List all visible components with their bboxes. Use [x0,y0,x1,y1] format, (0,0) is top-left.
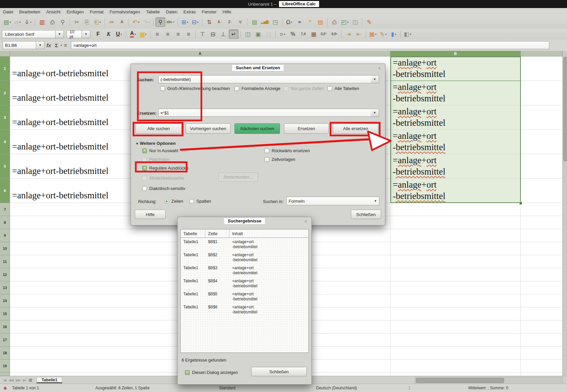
find-next-button[interactable]: Nächsten suchen [234,123,280,134]
new-document-button[interactable]: ▤▾ [2,17,12,27]
formula-icon[interactable]: = [64,42,67,48]
dropdown-arrow-icon[interactable]: ▾ [134,33,136,36]
special-character-button[interactable]: Ω▾ [284,17,294,27]
column-header[interactable]: Inhalt [229,229,308,237]
direction-rows-radio[interactable]: Zeilen [164,199,183,204]
name-box-dropdown-icon[interactable]: ▼ [36,41,44,49]
menu-fenster[interactable]: Fenster [199,9,219,15]
spelling-button[interactable]: abc✓ [166,17,176,27]
dropdown-arrow-icon[interactable]: ▾ [395,33,396,36]
formatted-display-checkbox[interactable]: Formatierte Anzeige [234,86,280,91]
dropdown-arrow-icon[interactable]: ▾ [284,33,285,36]
vertical-scrollbar[interactable] [562,51,567,376]
clone-formatting-button[interactable]: ✑ [107,17,116,27]
search-input[interactable] [158,75,371,83]
selection-info[interactable]: Ausgewählt: 6 Zeilen, 1 Spalte [95,386,150,390]
add-decimal-place-button[interactable]: 0,0⁺ [319,29,329,39]
result-row[interactable]: Tabelle1$B$3=anlage+ort-betriebsmittel [181,264,308,277]
replace-input[interactable] [158,109,371,117]
open-button[interactable]: ▱▾ [13,17,22,27]
row-header-6[interactable]: 6 [0,179,10,203]
menu-bearbeiten[interactable]: Bearbeiten [16,9,43,15]
font-name-combo[interactable]: Liberation Serif ▼ [2,30,64,38]
insert-pivot-table-button[interactable]: ◳ [270,17,280,27]
number-format-button[interactable]: 7,4 [298,29,308,39]
conditional-formatting-button[interactable]: ◧▾ [403,29,412,39]
justified-button[interactable]: ≡ [184,29,193,39]
merge-center-button[interactable]: ▣ [253,29,263,39]
show-draw-functions-button[interactable]: ✎ [364,17,374,27]
cut-button[interactable]: ✂ [72,17,82,27]
text-language[interactable]: Deutsch (Deutschland) [316,386,357,390]
insert-chart-button[interactable]: ▂▅▇ [260,17,270,27]
cell-styles-checkbox[interactable]: Zellvorlagen [265,157,295,162]
row-header-10[interactable]: 10 [0,242,10,255]
insert-hyperlink-button[interactable]: ⚭ [295,17,304,27]
dropdown-arrow-icon[interactable]: ▾ [197,21,199,24]
save-button[interactable]: ⇓▾ [23,17,33,27]
fill-handle[interactable] [519,202,522,205]
row-header-14[interactable]: 14 [0,294,10,307]
backwards-replace-checkbox[interactable]: Rückwärts ersetzen [265,148,310,153]
close-button[interactable]: Schließen [351,210,381,219]
row-header-15[interactable]: 15 [0,307,10,320]
sort-button[interactable]: ⇅ [204,17,214,27]
diacritic-sensitive-checkbox[interactable]: Diakritisch-sensitiv [142,186,185,191]
background-color-button[interactable]: ▮▾ [389,29,398,39]
italic-button[interactable]: K [104,29,113,39]
menu-tabelle[interactable]: Tabelle [143,9,163,15]
dropdown-arrow-icon[interactable]: ▾ [187,21,188,24]
underline-button[interactable]: U▾ [114,29,124,39]
case-sensitive-checkbox[interactable]: Groß-/Kleinschreibung beachten [160,86,230,91]
row-header-8[interactable]: 8 [0,216,10,229]
search-in-select[interactable]: Formeln ▼ [286,197,379,205]
dropdown-arrow-icon[interactable]: ▾ [10,21,11,24]
row-header-18[interactable]: 18 [0,347,10,360]
paste-button[interactable]: ⎗▾ [93,17,102,27]
sheet-tab-tabelle1[interactable]: Tabelle1 [36,377,62,383]
menu-einf-gen[interactable]: Einfügen [64,9,87,15]
help-button[interactable]: Hilfe [135,210,166,219]
column-header-a[interactable]: A [10,51,390,57]
align-right-button[interactable]: ≡ [173,29,183,39]
regular-expressions-checkbox[interactable]: Reguläre Ausdrücke [142,166,188,171]
only-in-selection-checkbox[interactable]: Nur in Auswahl [142,148,178,153]
select-all-corner[interactable] [0,51,10,57]
row-header-5[interactable]: 5 [0,154,10,179]
sheet-info[interactable]: Tabelle 1 von 1 [12,386,39,390]
close-icon[interactable]: ✕ [378,66,381,71]
dropdown-arrow-icon[interactable]: ▾ [138,21,139,24]
row-header-11[interactable]: 11 [0,255,10,268]
sort-ascending-button[interactable]: A↓ [215,17,224,27]
row-header-clipped[interactable] [0,373,10,376]
last-sheet-icon[interactable]: ▶| [23,378,26,382]
previous-sheet-icon[interactable]: ◀◀ [9,378,13,382]
freeze-panes-button[interactable]: ◰▾ [340,17,350,27]
column-header-c[interactable] [521,51,562,57]
horizontal-scrollbar-thumb[interactable] [416,378,504,383]
font-size-combo[interactable]: 10 pt ▼ [67,30,90,38]
dropdown-arrow-icon[interactable]: ▾ [149,21,150,24]
dropdown-arrow-icon[interactable]: ▾ [30,21,31,24]
page-style[interactable]: Standard [219,386,235,390]
row-header-4[interactable]: 4 [0,130,10,154]
cell-b4[interactable]: =anlage+ort-betriebsmittel [391,130,521,154]
selection-stats[interactable]: Mittelwert: ; Summe: 0 [468,386,508,390]
dropdown-arrow-icon[interactable]: ▾ [410,33,411,36]
row-header-16[interactable]: 16 [0,320,10,333]
autofilter-button[interactable]: ▼ [235,17,245,27]
split-window-button[interactable]: ◫ [350,17,360,27]
find-and-replace-button[interactable]: ⚲ [156,17,165,27]
print-area-button[interactable]: ⎙ [329,17,339,27]
undo-button[interactable]: ↶▾ [131,17,141,27]
find-all-button[interactable]: Alle suchen [135,123,182,134]
replace-history-dropdown-icon[interactable]: ▼ [371,109,379,117]
dropdown-arrow-icon[interactable]: ▾ [145,33,147,36]
formula-input[interactable] [71,41,549,49]
menu-format[interactable]: Format [87,9,106,15]
center-vertically-button[interactable]: ⊟ [208,29,218,39]
increase-indent-button[interactable]: ⇥ [344,29,353,39]
wrap-text-button[interactable]: ↵ [229,29,239,39]
export-pdf-button[interactable]: ▥ [37,17,47,27]
sort-descending-button[interactable]: Z↑ [225,17,235,27]
